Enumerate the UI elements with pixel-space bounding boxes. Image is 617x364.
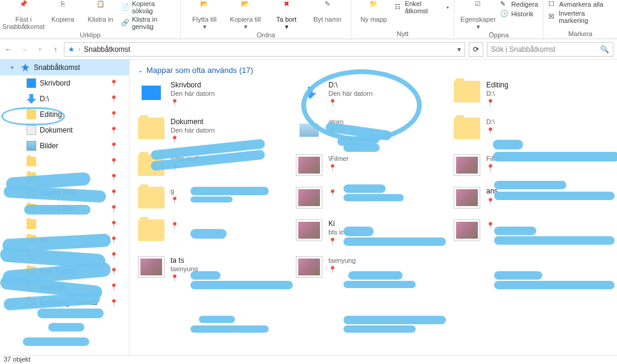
breadcrumb-dropdown[interactable]: ▾ [457,45,461,54]
move-to-button[interactable]: 📂Flytta till▾ [186,0,223,30]
folder-location: Den här datorn [171,90,215,97]
pin-icon: 📍 [486,222,495,230]
breadcrumb[interactable]: ★ › Snabbåtkomst ▾ [64,42,465,57]
pin-quickaccess-button[interactable]: 📌 Fäst i Snabbåtkomst [5,0,42,30]
sidebar-item[interactable]: 📍 [0,248,129,263]
rename-button[interactable]: ✎Byt namn [308,0,346,23]
folder-item[interactable]: sims stuff📍 [138,154,289,176]
download-arrow-icon [27,94,36,104]
paste-button[interactable]: 📋 Klistra in [83,0,117,23]
folder-item[interactable]: D:\📍 [454,118,604,143]
nav-back-button[interactable]: ← [4,45,13,54]
folder-thumb [296,219,322,241]
pin-icon: 📍 [110,174,118,181]
sidebar-item[interactable]: Editing📍 [0,107,129,122]
folder-location: \Filmer [328,155,349,162]
edit-button[interactable]: ✎Redigera [500,0,538,8]
pin-icon: 📍 [328,127,343,135]
folder-item[interactable]: SkrivbordDen här datorn📍 [138,81,289,107]
pin-icon: 📍 [171,164,198,172]
copy-button[interactable]: ⎘ Kopiera [46,0,80,23]
folder-item[interactable]: g📍 [138,187,289,209]
folder-item[interactable]: Filmer📍 [454,154,604,176]
folder-item[interactable]: 📍 [138,219,289,245]
tree-expander[interactable]: ▾ [11,64,17,71]
pin-icon: 📍 [110,80,118,87]
sidebar-item-label: Dokument [40,126,73,134]
folder-item[interactable]: ans📍 [454,187,604,209]
folder-item[interactable]: ta tstaenyung📍 [138,256,289,282]
paste-icon: 📋 [92,0,109,14]
nav-up-button[interactable]: ↑ [51,45,60,54]
sidebar-tree[interactable]: ▾SnabbåtkomstSkrivbord📍D:\📍Editing📍Dokum… [0,60,130,355]
sidebar-item-label: saving files [40,189,75,197]
ribbon-label-new: Nytt [397,29,409,37]
pin-icon: 📍 [486,127,495,135]
properties-button[interactable]: ☑Egenskaper▾ [459,0,496,30]
sidebar-item-label: taenyun [40,283,66,291]
refresh-button[interactable]: ⟳ [469,42,483,57]
invert-selection-button[interactable]: ☒Invertera markering [548,10,612,24]
breadcrumb-location: Snabbåtkomst [84,45,130,54]
quickaccess-star-icon: ★ [68,45,75,54]
sidebar-item[interactable]: Skrivbord📍 [0,75,129,91]
folder-item[interactable]: D:\Den här datorn📍 [296,81,446,107]
sidebar-item[interactable]: 📍 [0,154,129,169]
sidebar-item[interactable]: taenyun📍 [0,279,129,295]
deselect-all-button[interactable]: ☐Avmarkera alla [548,0,612,8]
search-input[interactable]: Sök i Snabbåtkomst 🔍 [487,42,613,57]
folder-icon [27,110,36,119]
folder-location: taenyung [171,265,198,272]
folder-item[interactable]: Kibts icons📍 [296,219,446,245]
nav-recent-dropdown[interactable]: ▾ [35,45,45,54]
folder-item[interactable]: taenyung📍 [296,256,446,282]
folder-item[interactable]: 📍 [454,219,604,245]
history-button[interactable]: 🕓Historik [500,10,538,18]
sidebar-item[interactable]: ns📍 [0,232,129,248]
new-folder-button[interactable]: 📁Ny mapp [356,0,391,23]
rename-icon: ✎ [319,0,336,14]
section-frequent-folders[interactable]: ⌄ Mappar som ofta används (17) [138,66,609,75]
paste-shortcut-button[interactable]: 🔗 Klistra in genväg [121,16,175,30]
folder-location: atorn [328,118,343,125]
sidebar-item[interactable]: taenyung - events📍 [0,295,129,310]
pin-icon: 📍 [110,205,118,213]
pictures-icon [27,141,36,151]
sidebar-item[interactable]: saving files📍 [0,201,129,216]
folder-location: Den här datorn [171,127,215,134]
sidebar-item[interactable]: saving files📍 [0,185,129,201]
sidebar-item[interactable]: Dokument📍 [0,122,129,138]
ribbon-label-open: Öppna [489,30,509,39]
copy-path-button[interactable]: 📄 Kopiera sökväg [121,0,175,14]
folder-icon [27,266,36,276]
folder-item[interactable]: EditingD:\📍 [454,81,604,107]
copy-to-button[interactable]: 📂Kopiera till▾ [227,0,264,30]
folder-item[interactable]: DokumentDen här datorn📍 [138,118,289,143]
folder-location: taenyung [328,257,355,264]
pin-icon: 📍 [110,111,118,119]
sidebar-item[interactable]: 📍 [0,216,129,232]
folder-item[interactable]: 📍 [296,187,446,209]
pin-icon: 📍 [110,221,118,228]
easy-access-button[interactable]: ☷ Enkel åtkomst▾ [395,0,449,14]
sidebar-item[interactable]: Bilder📍 [0,138,129,154]
folder-item[interactable]: atorn📍 [296,118,446,143]
moveto-icon: 📂 [196,0,213,14]
pin-icon: 📍 [328,189,337,197]
history-icon: 🕓 [500,10,509,18]
sidebar-item[interactable]: ▾Snabbåtkomst [0,60,129,75]
main-content: ⌄ Mappar som ofta används (17) Skrivbord… [130,60,617,355]
delete-button[interactable]: ✖Ta bort▾ [268,0,305,30]
sidebar-item[interactable]: D:\📍 [0,91,129,107]
folder-thumb [296,154,322,176]
folder-name: Editing [486,81,509,89]
nav-forward-button[interactable]: → [19,45,29,54]
sidebar-item-label: Kim T yung [40,267,76,275]
pin-icon: 📍 [110,95,118,103]
pin-icon: 📍 [110,268,118,275]
sidebar-item[interactable]: 📍 [0,169,129,185]
sidebar-item[interactable]: Kim T yung📍 [0,263,129,279]
folder-item[interactable]: \Filmer📍 [296,154,446,176]
ribbon: 📌 Fäst i Snabbåtkomst ⎘ Kopiera 📋 Klistr… [0,0,617,39]
pin-icon: 📍 [171,222,179,230]
